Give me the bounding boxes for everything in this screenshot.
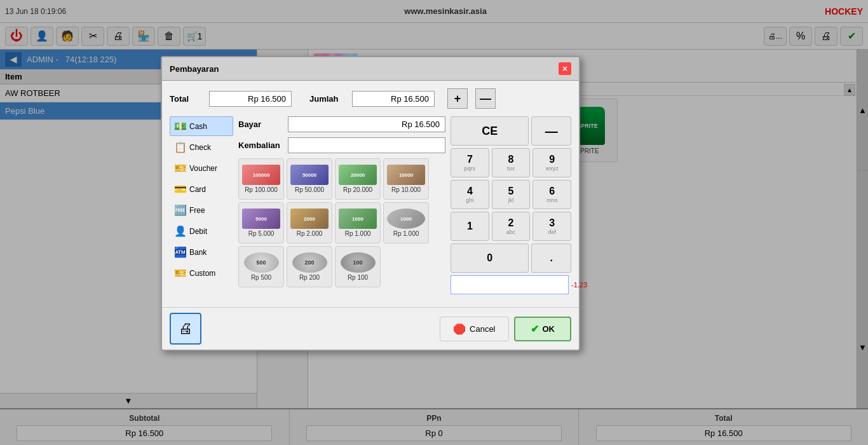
custom-icon: 🎫 (174, 267, 187, 279)
numpad-result-row: -1.23 (451, 275, 571, 294)
pay-method-check[interactable]: 📋 Check (170, 137, 233, 157)
currency-100000[interactable]: 100000 Rp 100.000 (238, 158, 284, 200)
numpad-dash-button[interactable]: — (531, 116, 571, 146)
currency-row-1: 100000 Rp 100.000 50000 Rp 50.000 20000 … (238, 158, 445, 200)
total-input[interactable] (209, 91, 292, 107)
voucher-icon: 🎫 (174, 162, 187, 174)
modal-header: Pembayaran × (162, 57, 579, 81)
currency-label: Rp 1.000 (393, 230, 419, 237)
currency-label: Rp 100.000 (245, 186, 278, 193)
ok-button[interactable]: ✔ OK (514, 317, 572, 341)
numpad-1-button[interactable]: 1 (451, 212, 489, 241)
bank-icon: 🏧 (174, 246, 187, 258)
currency-label: Rp 100 (348, 274, 368, 281)
bayar-label: Bayar (238, 120, 283, 129)
card-label: Card (189, 185, 206, 194)
total-label: Total (170, 94, 201, 104)
bayar-section: Bayar Kembalian (238, 116, 445, 153)
payment-methods: 💵 Cash 📋 Check 🎫 Voucher 💳 Card (170, 116, 233, 294)
free-label: Free (189, 206, 205, 215)
currency-5000[interactable]: 5000 Rp 5.000 (238, 202, 284, 243)
currency-1000-paper[interactable]: 1000 Rp 1.000 (335, 202, 381, 243)
currency-500[interactable]: 500 Rp 500 (238, 246, 284, 287)
cash-label: Cash (189, 122, 207, 131)
jumlah-minus-button[interactable]: — (475, 88, 496, 109)
custom-label: Custom (189, 269, 215, 278)
jumlah-input[interactable] (352, 91, 435, 107)
pay-method-custom[interactable]: 🎫 Custom (170, 263, 233, 283)
numpad-5-button[interactable]: 5jkl (492, 180, 531, 209)
numpad-row-123: 1 2abc 3def (451, 212, 571, 241)
currency-row-3: 500 Rp 500 200 Rp 200 100 Rp 100 (238, 246, 445, 287)
pay-method-card[interactable]: 💳 Card (170, 179, 233, 199)
check-icon: 📋 (174, 141, 187, 153)
numpad-result-label: -1.23 (571, 281, 587, 289)
numpad-6-button[interactable]: 6mno (532, 180, 571, 209)
kembalian-input[interactable] (288, 137, 445, 153)
modal-body: Total Jumlah + — 💵 Cash 📋 Check (162, 81, 579, 302)
currency-2000[interactable]: 2000 Rp 2.000 (287, 202, 332, 243)
jumlah-plus-button[interactable]: + (447, 88, 468, 109)
bank-label: Bank (189, 248, 207, 257)
numpad: CE — 7pqrs 8tuv 9wxyz 4ghi 5jkl 6mno 1 (451, 116, 571, 294)
numpad-ce-button[interactable]: CE (451, 116, 529, 146)
currency-10000[interactable]: 10000 Rp 10.000 (383, 158, 429, 200)
jumlah-label: Jumlah (309, 94, 344, 104)
print-receipt-button[interactable]: 🖨 (170, 313, 201, 345)
numpad-7-button[interactable]: 7pqrs (451, 148, 489, 177)
ok-icon: ✔ (531, 323, 539, 335)
cancel-icon: 🛑 (453, 323, 466, 335)
modal-close-button[interactable]: × (559, 62, 571, 75)
kembalian-label: Kembalian (238, 140, 283, 150)
currency-label: Rp 500 (251, 274, 271, 281)
currency-label: Rp 20.000 (343, 186, 372, 193)
currency-label: Rp 10.000 (391, 186, 421, 193)
numpad-row-456: 4ghi 5jkl 6mno (451, 180, 571, 209)
pay-method-voucher[interactable]: 🎫 Voucher (170, 158, 233, 178)
pay-method-bank[interactable]: 🏧 Bank (170, 242, 233, 262)
currency-row-2: 5000 Rp 5.000 2000 Rp 2.000 1000 Rp 1.00… (238, 202, 445, 243)
numpad-dot-button[interactable]: . (531, 243, 571, 273)
numpad-8-button[interactable]: 8tuv (492, 148, 531, 177)
cash-icon: 💵 (174, 120, 187, 132)
bayar-input[interactable] (288, 116, 445, 132)
numpad-row-0: 0 . (451, 243, 571, 273)
bayar-row: Bayar (238, 116, 445, 132)
pay-method-cash[interactable]: 💵 Cash (170, 116, 233, 136)
numpad-9-button[interactable]: 9wxyz (532, 148, 571, 177)
kembalian-row: Kembalian (238, 137, 445, 153)
currency-label: Rp 1.000 (345, 230, 371, 237)
currency-200[interactable]: 200 Rp 200 (287, 246, 332, 287)
currency-label: Rp 200 (299, 274, 320, 281)
free-icon: 🆓 (174, 204, 187, 216)
currency-label: Rp 2.000 (297, 230, 323, 237)
modal-title: Pembayaran (170, 64, 219, 74)
numpad-0-button[interactable]: 0 (451, 243, 529, 273)
total-row: Total Jumlah + — (170, 88, 571, 109)
pembayaran-modal: Pembayaran × Total Jumlah + — 💵 Cash (161, 56, 580, 351)
numpad-result-input[interactable] (451, 275, 569, 294)
currency-100[interactable]: 100 Rp 100 (335, 246, 381, 287)
voucher-label: Voucher (189, 164, 217, 173)
numpad-row-ce: CE — (451, 116, 571, 146)
numpad-3-button[interactable]: 3def (532, 212, 571, 241)
numpad-row-789: 7pqrs 8tuv 9wxyz (451, 148, 571, 177)
currency-20000[interactable]: 20000 Rp 20.000 (335, 158, 381, 200)
payment-main: 💵 Cash 📋 Check 🎫 Voucher 💳 Card (170, 116, 571, 294)
currency-50000[interactable]: 50000 Rp 50.000 (287, 158, 332, 200)
modal-footer: 🖨 🛑 Cancel ✔ OK (162, 307, 579, 350)
currency-label: Rp 50.000 (295, 186, 324, 193)
pay-method-debit[interactable]: 👤 Debit (170, 221, 233, 241)
currency-label: Rp 5.000 (248, 230, 275, 237)
ok-label: OK (543, 324, 555, 334)
numpad-4-button[interactable]: 4ghi (451, 180, 489, 209)
cancel-button[interactable]: 🛑 Cancel (440, 317, 508, 341)
card-icon: 💳 (174, 183, 187, 195)
footer-buttons: 🛑 Cancel ✔ OK (440, 317, 571, 341)
numpad-2-button[interactable]: 2abc (492, 212, 531, 241)
currency-grid: 100000 Rp 100.000 50000 Rp 50.000 20000 … (238, 158, 445, 294)
check-label: Check (189, 143, 211, 152)
currency-1000-coin[interactable]: 1000 Rp 1.000 (383, 202, 429, 243)
pay-method-free[interactable]: 🆓 Free (170, 200, 233, 220)
debit-icon: 👤 (174, 225, 187, 237)
